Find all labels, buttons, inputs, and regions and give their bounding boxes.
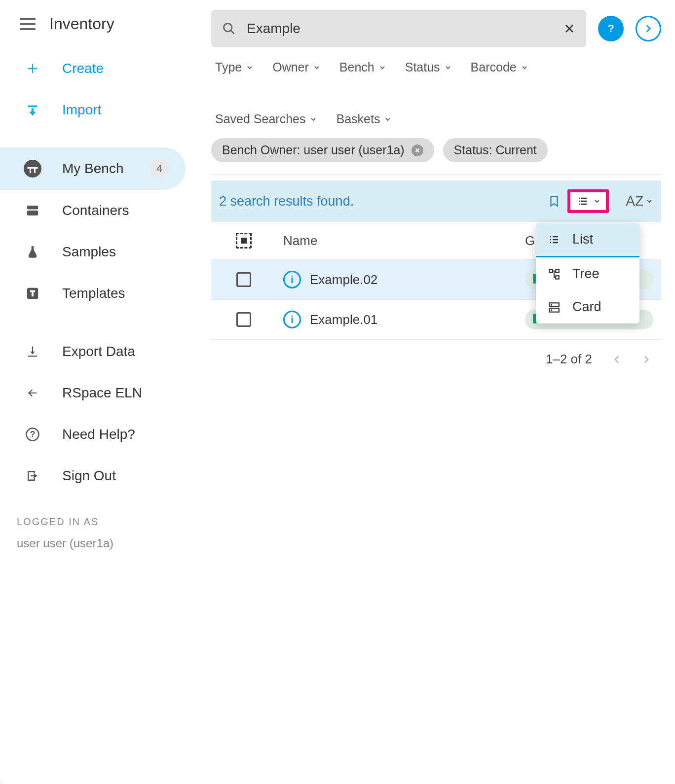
view-mode-menu: List Tree Card [536, 223, 639, 323]
view-option-tree[interactable]: Tree [536, 257, 639, 290]
filter-owner[interactable]: Owner [272, 60, 321, 74]
page-prev-button[interactable] [612, 355, 622, 364]
page-range: 1–2 of 2 [546, 352, 592, 367]
sidebar-create[interactable]: Create [0, 48, 197, 89]
filter-barcode[interactable]: Barcode [471, 60, 528, 74]
sidebar-templates[interactable]: Templates [0, 273, 197, 314]
list-icon [575, 195, 590, 207]
select-all-checkbox[interactable] [236, 233, 252, 249]
tree-icon [547, 268, 562, 281]
chevron-down-icon [313, 64, 321, 71]
sidebar-eln-label: RSpace ELN [62, 385, 142, 401]
logged-in-user: user user (user1a) [17, 536, 181, 550]
card-icon [547, 301, 562, 314]
svg-line-7 [231, 31, 234, 34]
bench-icon [24, 160, 41, 178]
sidebar: Inventory Create Import My Bench 4 [0, 0, 197, 784]
svg-text:?: ? [30, 429, 36, 439]
logged-in-label: LOGGED IN AS [17, 516, 181, 528]
chevron-down-icon [384, 115, 392, 123]
mybench-badge: 4 [150, 159, 169, 178]
filter-status[interactable]: Status [405, 60, 452, 74]
filter-baskets[interactable]: Baskets [336, 112, 392, 126]
svg-rect-9 [549, 269, 553, 273]
chevron-down-icon [645, 197, 653, 205]
page-next-button[interactable] [641, 355, 651, 364]
svg-rect-11 [556, 276, 559, 279]
signout-icon [24, 467, 41, 485]
sidebar-samples[interactable]: Samples [0, 231, 197, 273]
list-icon [547, 234, 562, 246]
results-summary: 2 search results found. [219, 194, 354, 209]
svg-point-6 [224, 24, 232, 32]
clear-search-icon[interactable] [563, 23, 575, 35]
filter-bench[interactable]: Bench [339, 60, 386, 74]
info-icon[interactable]: i [283, 311, 301, 328]
flask-icon [24, 243, 41, 261]
info-icon[interactable]: i [283, 271, 301, 288]
plus-icon [24, 60, 41, 77]
sidebar-containers-label: Containers [62, 203, 129, 218]
row-checkbox[interactable] [236, 272, 251, 287]
view-option-list[interactable]: List [536, 223, 639, 256]
sidebar-import[interactable]: Import [0, 89, 197, 131]
back-arrow-icon [24, 384, 41, 402]
container-icon [24, 202, 41, 219]
pagination: 1–2 of 2 [211, 339, 661, 379]
col-name[interactable]: Name [268, 233, 525, 249]
chevron-down-icon [593, 197, 601, 205]
view-option-card[interactable]: Card [536, 290, 639, 323]
sidebar-mybench-label: My Bench [62, 161, 124, 177]
chevron-down-icon [246, 64, 254, 71]
sidebar-eln[interactable]: RSpace ELN [0, 372, 197, 414]
svg-rect-1 [27, 206, 38, 210]
chip-remove-icon[interactable] [412, 144, 423, 156]
svg-text:?: ? [607, 22, 614, 35]
results-bar: 2 search results found. AZ [211, 180, 661, 222]
sidebar-mybench[interactable]: My Bench 4 [0, 147, 186, 190]
help-circle-icon: ? [24, 426, 41, 443]
sidebar-help[interactable]: ? Need Help? [0, 414, 197, 455]
sidebar-signout-label: Sign Out [62, 468, 116, 484]
chip-bench-owner[interactable]: Bench Owner: user user (user1a) [211, 138, 434, 162]
next-panel-button[interactable] [636, 16, 661, 41]
svg-rect-2 [27, 211, 38, 215]
sidebar-help-label: Need Help? [62, 427, 135, 442]
menu-icon[interactable] [20, 18, 36, 30]
sidebar-import-label: Import [62, 102, 101, 118]
main-content: ? Type Owner Bench Status Barcode Saved … [197, 0, 675, 784]
svg-point-14 [551, 304, 552, 305]
template-icon [24, 285, 41, 302]
sidebar-create-label: Create [62, 61, 104, 76]
sidebar-templates-label: Templates [62, 285, 125, 301]
chevron-down-icon [378, 64, 386, 71]
sidebar-signout[interactable]: Sign Out [0, 455, 197, 497]
bookmark-icon[interactable] [548, 194, 561, 209]
download-icon [24, 343, 41, 360]
sidebar-export[interactable]: Export Data [0, 331, 197, 372]
filter-type[interactable]: Type [215, 60, 254, 74]
filter-saved-searches[interactable]: Saved Searches [215, 112, 317, 126]
app-title: Inventory [49, 15, 114, 33]
svg-rect-10 [556, 269, 559, 273]
search-box[interactable] [211, 10, 586, 47]
sidebar-samples-label: Samples [62, 244, 116, 260]
search-icon [222, 22, 236, 36]
chevron-down-icon [521, 64, 528, 71]
sort-button[interactable]: AZ [626, 193, 653, 209]
svg-point-15 [551, 309, 552, 311]
sidebar-export-label: Export Data [62, 344, 135, 359]
chevron-down-icon [444, 64, 452, 71]
chevron-down-icon [309, 115, 317, 123]
row-name: Example.01 [310, 312, 377, 327]
row-name: Example.02 [310, 272, 377, 287]
row-checkbox[interactable] [236, 312, 251, 327]
import-icon [24, 101, 41, 119]
view-mode-button[interactable] [567, 189, 609, 213]
search-input[interactable] [246, 20, 554, 37]
help-button[interactable]: ? [598, 16, 624, 41]
sidebar-containers[interactable]: Containers [0, 190, 197, 231]
chip-status[interactable]: Status: Current [443, 138, 548, 162]
